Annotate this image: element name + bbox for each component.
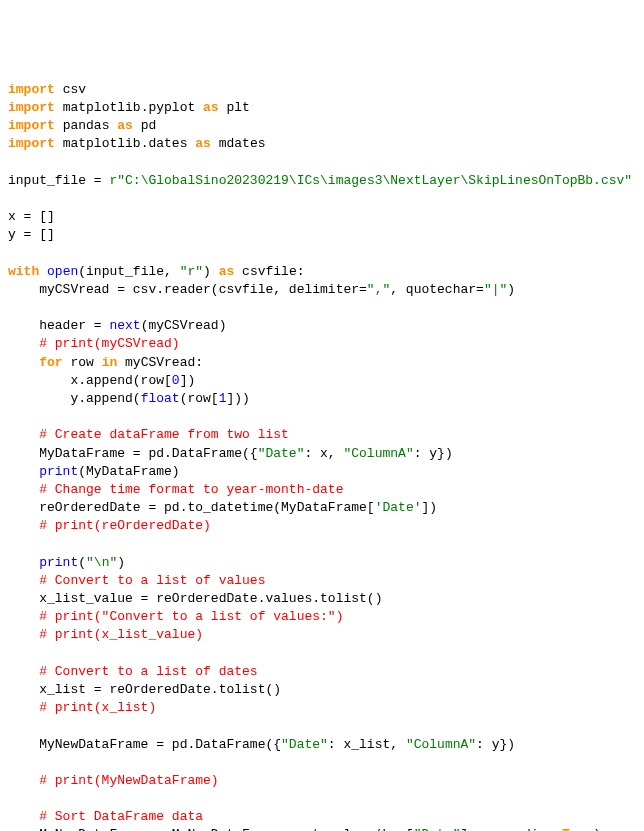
code-line: # print(x_list) <box>8 700 156 715</box>
code-line: # print(x_list_value) <box>8 627 203 642</box>
code-line: # Convert to a list of dates <box>8 664 258 679</box>
code-line: myCSVread = csv.reader(csvfile, delimite… <box>8 282 515 297</box>
code-line: MyDataFrame = pd.DataFrame({"Date": x, "… <box>8 446 453 461</box>
code-line: reOrderedDate = pd.to_datetime(MyDataFra… <box>8 500 437 515</box>
code-line: # Create dataFrame from two list <box>8 427 289 442</box>
code-line: MyNewDataFrame = pd.DataFrame({"Date": x… <box>8 737 515 752</box>
code-line: header = next(myCSVread) <box>8 318 226 333</box>
code-line: y = [] <box>8 227 55 242</box>
python-code-block: import csv import matplotlib.pyplot as p… <box>8 81 636 831</box>
code-line: # print(reOrderedDate) <box>8 518 211 533</box>
code-line: print("\n") <box>8 555 125 570</box>
code-line: # print(myCSVread) <box>8 336 180 351</box>
code-line: x = [] <box>8 209 55 224</box>
code-line: input_file = r"C:\GlobalSino20230219\ICs… <box>8 173 632 188</box>
code-line: y.append(float(row[1])) <box>8 391 250 406</box>
code-line: import pandas as pd <box>8 118 156 133</box>
code-line: x.append(row[0]) <box>8 373 195 388</box>
code-line: x_list_value = reOrderedDate.values.toli… <box>8 591 382 606</box>
code-line: # print(MyNewDataFrame) <box>8 773 219 788</box>
code-line: with open(input_file, "r") as csvfile: <box>8 264 305 279</box>
code-line: x_list = reOrderedDate.tolist() <box>8 682 281 697</box>
code-line: # print("Convert to a list of values:") <box>8 609 343 624</box>
code-line: import matplotlib.pyplot as plt <box>8 100 250 115</box>
code-line: # Sort DataFrame data <box>8 809 203 824</box>
code-line: import csv <box>8 82 86 97</box>
code-line: print(MyDataFrame) <box>8 464 180 479</box>
code-line: for row in myCSVread: <box>8 355 203 370</box>
code-line: # Change time format to year-month-date <box>8 482 343 497</box>
code-line: # Convert to a list of values <box>8 573 265 588</box>
code-line: MyNewDataFrame = MyNewDataFrame.sort_val… <box>8 827 601 831</box>
code-line: import matplotlib.dates as mdates <box>8 136 266 151</box>
